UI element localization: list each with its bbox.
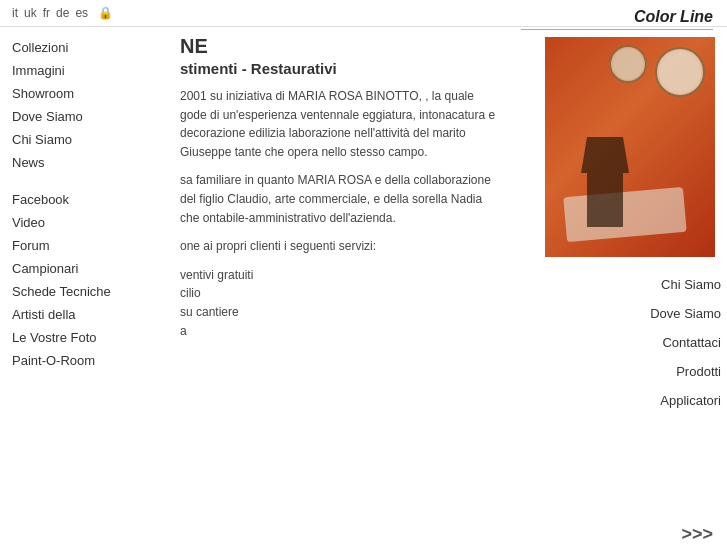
room-image — [545, 37, 715, 257]
content-body: 2001 su iniziativa di MARIA ROSA BINOTTO… — [180, 87, 500, 340]
sidebar-item-immagini[interactable]: Immagini — [12, 60, 158, 81]
sidebar: Collezioni Immagini Showroom Dove Siamo … — [0, 27, 170, 545]
list-item-0: ventivi gratuiti — [180, 268, 253, 282]
sidebar-item-video[interactable]: Video — [12, 212, 158, 233]
cloth-decoration — [563, 187, 686, 242]
page-wrapper: it uk fr de es 🔒 Color Line P.Iva: 02900… — [0, 0, 727, 545]
sidebar-item-chi-siamo[interactable]: Chi Siamo — [12, 129, 158, 150]
lang-es[interactable]: es — [75, 6, 88, 20]
list-item-1: cilio — [180, 286, 201, 300]
sidebar-item-news[interactable]: News — [12, 152, 158, 173]
middle-and-right: NE stimenti - Restaurativi 2001 su inizi… — [170, 27, 727, 545]
right-column: Chi Siamo Dove Siamo Contattaci Prodotti… — [617, 27, 727, 516]
right-nav: Chi Siamo Dove Siamo Contattaci Prodotti… — [617, 267, 727, 418]
content-list: ventivi gratuiti cilio su cantiere a — [180, 266, 500, 340]
brand-name: Color Line — [521, 8, 713, 26]
room-bg — [545, 37, 715, 257]
lang-it[interactable]: it — [12, 6, 18, 20]
content-para1: 2001 su iniziativa di MARIA ROSA BINOTTO… — [180, 87, 500, 161]
sidebar-item-artisti[interactable]: Artisti della — [12, 304, 158, 325]
sidebar-item-showroom[interactable]: Showroom — [12, 83, 158, 104]
sidebar-item-forum[interactable]: Forum — [12, 235, 158, 256]
right-nav-chi-siamo[interactable]: Chi Siamo — [661, 277, 721, 292]
sidebar-item-paint-o-room[interactable]: Paint-O-Room — [12, 350, 158, 371]
list-item-2: su cantiere — [180, 305, 239, 319]
plate-decoration-1 — [655, 47, 705, 97]
content-wrapper: NE stimenti - Restaurativi 2001 su inizi… — [170, 27, 727, 545]
main-layout: Collezioni Immagini Showroom Dove Siamo … — [0, 27, 727, 545]
lock-icon[interactable]: 🔒 — [98, 6, 113, 20]
content-para3: one ai propri clienti i seguenti servizi… — [180, 237, 500, 256]
sidebar-item-schede-tecniche[interactable]: Schede Tecniche — [12, 281, 158, 302]
language-selector: it uk fr de es 🔒 — [12, 6, 113, 20]
content-subtitle: stimenti - Restaurativi — [180, 60, 607, 77]
sidebar-divider — [12, 175, 158, 187]
sidebar-item-campionari[interactable]: Campionari — [12, 258, 158, 279]
right-nav-contattaci[interactable]: Contattaci — [662, 335, 721, 350]
sidebar-item-collezioni[interactable]: Collezioni — [12, 37, 158, 58]
top-bar: it uk fr de es 🔒 Color Line P.Iva: 02900… — [0, 0, 727, 27]
plate-decoration-2 — [609, 45, 647, 83]
right-nav-prodotti[interactable]: Prodotti — [676, 364, 721, 379]
lang-de[interactable]: de — [56, 6, 69, 20]
right-nav-applicatori[interactable]: Applicatori — [660, 393, 721, 408]
more-arrow[interactable]: >>> — [170, 524, 727, 545]
content-para2: sa familiare in quanto MARIA ROSA e dell… — [180, 171, 500, 227]
room-image-inner — [545, 37, 715, 257]
sidebar-nav: Collezioni Immagini Showroom Dove Siamo … — [12, 37, 158, 371]
lang-fr[interactable]: fr — [43, 6, 50, 20]
middle-content-row: NE stimenti - Restaurativi 2001 su inizi… — [170, 27, 727, 516]
lang-uk[interactable]: uk — [24, 6, 37, 20]
content-title: NE — [180, 35, 607, 58]
sidebar-item-facebook[interactable]: Facebook — [12, 189, 158, 210]
sidebar-item-vostre-foto[interactable]: Le Vostre Foto — [12, 327, 158, 348]
sidebar-item-dove-siamo[interactable]: Dove Siamo — [12, 106, 158, 127]
image-container — [617, 27, 727, 267]
right-nav-dove-siamo[interactable]: Dove Siamo — [650, 306, 721, 321]
list-item-3: a — [180, 324, 187, 338]
